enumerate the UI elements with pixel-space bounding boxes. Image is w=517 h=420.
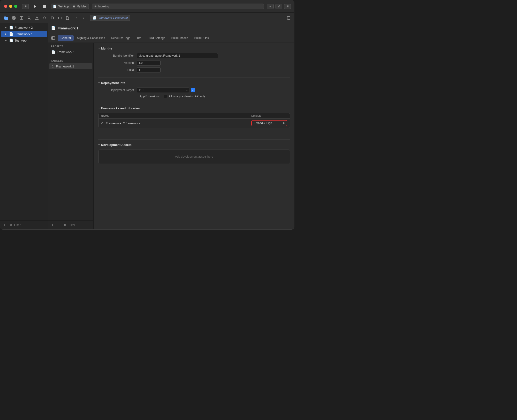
sidebar: ▶ 📄 Framework 2 ▶ 📄 Framework 1 ▶ 📄 Test… (0, 23, 48, 229)
main-layout: ▶ 📄 Framework 2 ▶ 📄 Framework 1 ▶ 📄 Test… (0, 23, 294, 229)
titlebar-right: + ⇄ ⊞ (267, 4, 291, 9)
sidebar-toggle-icon[interactable] (50, 35, 56, 41)
targets-section-label: TARGETS (48, 57, 93, 63)
tab-general[interactable]: General (58, 35, 74, 41)
dev-assets-dropzone[interactable]: Add development assets here (98, 150, 290, 164)
sidebar-item-framework2[interactable]: ▶ 📄 Framework 2 (1, 24, 47, 31)
add-button[interactable]: + (267, 4, 274, 9)
sidebar-add-button[interactable]: + (2, 223, 7, 227)
file-icon: 📄 (9, 32, 13, 36)
cpu-icon-btn[interactable] (49, 15, 55, 21)
embed-value-label: Embed & Sign (254, 121, 272, 125)
select-chevron-icon: ▼ (191, 88, 195, 92)
panel-remove-button[interactable]: − (56, 223, 61, 227)
minimize-button[interactable] (9, 5, 12, 8)
frameworks-section-label: Frameworks and Libraries (101, 106, 140, 110)
chevron-right-icon: ▶ (5, 39, 8, 42)
target-selector[interactable]: 📄 Test App › 🖥 My Mac (51, 4, 89, 9)
expand-button[interactable]: ⇄ (275, 4, 282, 9)
tab-build-phases[interactable]: Build Phases (168, 35, 191, 41)
svg-marker-0 (34, 5, 36, 8)
fw-table-actions: + − (98, 129, 290, 135)
filter-area: ⊕ Filter (8, 223, 46, 227)
panels-button[interactable]: ⊞ (284, 4, 291, 9)
tab-build-rules[interactable]: Build Rules (191, 35, 212, 41)
svg-rect-25 (287, 16, 290, 19)
search-icon-btn[interactable] (26, 15, 32, 21)
panel-add-button[interactable]: + (50, 223, 55, 227)
tab-resource-tags[interactable]: Resource Tags (108, 35, 133, 41)
diamond-icon-btn[interactable] (41, 15, 48, 21)
stop-button[interactable] (41, 3, 48, 10)
dev-assets-add-button[interactable]: + (98, 165, 104, 171)
tab-signing[interactable]: Signing & Capabilities (74, 35, 108, 41)
split-icon-btn[interactable] (18, 15, 25, 21)
deployment-target-select[interactable]: 11.3 12.0 13.0 14.0 15.0 (137, 88, 189, 93)
chevron-down-icon: ▾ (98, 82, 99, 84)
sidebar-toggle-button[interactable]: ⊞ (22, 4, 29, 9)
content-pane: 📄 Framework 1 General Signing & Capabili… (48, 23, 294, 229)
build-label: Build (98, 68, 137, 72)
fw-remove-button[interactable]: − (106, 129, 111, 135)
app-extensions-checkbox[interactable] (164, 95, 167, 98)
svg-rect-24 (58, 17, 61, 19)
sidebar-footer: + ⊕ Filter (0, 220, 48, 229)
version-input[interactable] (137, 60, 161, 66)
back-button[interactable]: ‹ (73, 15, 79, 21)
dev-assets-section-header[interactable]: ▾ Development Assets (98, 143, 290, 147)
dev-assets-remove-button[interactable]: − (106, 165, 111, 171)
rect-icon-btn[interactable] (57, 15, 63, 21)
tab-info[interactable]: Info (134, 35, 144, 41)
close-button[interactable] (4, 5, 7, 8)
panel-filter-icon[interactable]: ⊕ (62, 223, 67, 227)
split-right-button[interactable] (286, 15, 292, 21)
folder-icon-btn[interactable] (3, 15, 9, 21)
run-button[interactable] (32, 3, 38, 10)
dev-assets-section-label: Development Assets (101, 143, 131, 147)
svg-point-9 (28, 17, 30, 19)
embed-dropdown[interactable]: Embed & Sign ⇅ (251, 120, 287, 126)
target-item-framework1[interactable]: 🗂 Framework 1 (49, 63, 92, 69)
xmark-icon-btn[interactable] (11, 15, 17, 21)
fw-col-embed-header: Embed (251, 114, 287, 117)
sidebar-item-testapp[interactable]: ▶ 📄 Test App (1, 37, 47, 44)
identity-section-header[interactable]: ▾ Identity (98, 47, 290, 50)
forward-button[interactable]: › (80, 15, 86, 21)
deployment-section-header[interactable]: ▾ Deployment Info (98, 81, 290, 85)
sidebar-item-framework1[interactable]: ▶ 📄 Framework 1 (1, 31, 47, 37)
fw-table-header: Name Embed (99, 113, 290, 119)
tab-build-settings[interactable]: Build Settings (144, 35, 168, 41)
svg-line-10 (30, 18, 31, 19)
fw-col-name-header: Name (101, 114, 251, 117)
build-input[interactable] (137, 68, 161, 73)
deployment-target-label: Deployment Target (98, 89, 137, 92)
chevron-right-icon: ▶ (5, 26, 8, 29)
app-extensions-text: Allow app extension API only (168, 95, 205, 98)
svg-rect-1 (43, 5, 46, 8)
chevron-right-icon: › (70, 5, 71, 8)
frameworks-table: Name Embed 🗂 Framework_2.framework Embed… (98, 113, 290, 128)
dev-assets-section: ▾ Development Assets Add development ass… (98, 143, 290, 171)
project-item-framework1[interactable]: 📄 Framework 1 (49, 49, 92, 55)
fw-add-button[interactable]: + (98, 129, 104, 135)
panel-filter-label: Filter (69, 223, 75, 227)
chevron-down-icon: ▾ (98, 47, 99, 50)
bundle-id-input[interactable] (137, 53, 218, 58)
svg-point-13 (37, 19, 37, 19)
identity-section-label: Identity (101, 47, 112, 50)
sidebar-toggle-controls: ⊞ (22, 4, 29, 9)
fw-name-cell: 🗂 Framework_2.framework (101, 121, 251, 125)
indexing-label: Indexing (98, 5, 109, 8)
divider-3 (98, 139, 290, 140)
warning-icon-btn[interactable] (34, 15, 40, 21)
destination-icon: 🖥 (73, 5, 75, 8)
frameworks-section-header[interactable]: ▾ Frameworks and Libraries (98, 106, 290, 110)
file-icon: 📄 (92, 16, 96, 20)
doc-icon-btn[interactable] (64, 15, 71, 21)
target-icon: 📄 (53, 5, 56, 8)
filter-badge-icon[interactable]: ⊕ (8, 223, 13, 227)
maximize-button[interactable] (14, 5, 17, 8)
sidebar-items: ▶ 📄 Framework 2 ▶ 📄 Framework 1 ▶ 📄 Test… (0, 23, 48, 220)
file-tab[interactable]: 📄 Framework 1.xcodeproj (90, 15, 130, 21)
panel-footer: + − ⊕ Filter (48, 220, 93, 229)
